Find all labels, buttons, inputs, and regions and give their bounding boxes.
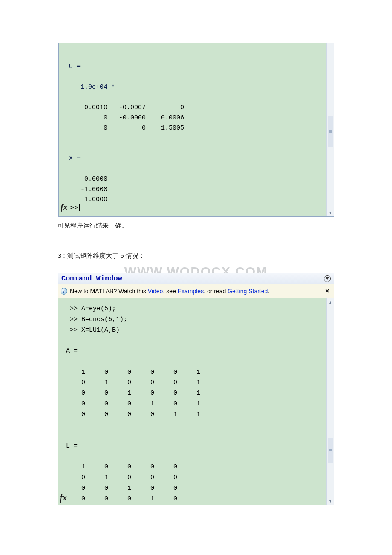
a-row-4: 0 0 0 0 1 1	[62, 411, 200, 418]
l-row-1: 0 1 0 0 0	[62, 474, 177, 481]
page: U = 1.0e+04 * 0.0010 -0.0007 0 0 -0.0000…	[0, 0, 392, 531]
scroll-down-icon[interactable]: ▾	[327, 497, 334, 505]
video-link[interactable]: Video	[148, 288, 163, 295]
prompt-symbol: >>	[70, 202, 78, 213]
info-text: New to MATLAB? Watch this Video, see Exa…	[70, 288, 269, 295]
a-row-2: 0 0 1 0 0 1	[62, 390, 200, 397]
output-area-1: U = 1.0e+04 * 0.0010 -0.0007 0 0 -0.0000…	[59, 43, 326, 216]
info-text-end: .	[268, 288, 269, 295]
info-text-mid2: , or read	[204, 288, 228, 295]
cmd-line-3: >> X=LU1(A,B)	[70, 327, 120, 334]
dropdown-menu-icon[interactable]	[324, 275, 331, 282]
var-l-label: L =	[66, 442, 78, 450]
scroll-track[interactable]	[327, 463, 334, 497]
prompt-row: fx >>	[61, 200, 80, 214]
scale-factor: 1.0e+04 *	[81, 84, 115, 91]
info-bar: New to MATLAB? Watch this Video, see Exa…	[58, 284, 334, 298]
u-row-0: 0.0010 -0.0007 0	[69, 104, 184, 111]
var-a-label: A =	[66, 347, 78, 355]
cmd-line-1: >> A=eye(5);	[70, 305, 116, 312]
close-icon[interactable]: ×	[324, 287, 331, 295]
scroll-thumb[interactable]	[328, 116, 333, 147]
info-text-mid1: , see	[163, 288, 177, 295]
command-window-body: >> A=eye(5); >> B=ones(5,1); >> X=LU1(A,…	[58, 298, 334, 505]
getting-started-link[interactable]: Getting Started	[228, 288, 268, 295]
fx-icon[interactable]: fx	[60, 493, 67, 503]
info-text-pre: New to MATLAB? Watch this	[70, 288, 148, 295]
l-row-2: 0 0 1 0 0	[62, 485, 177, 492]
command-window-title: Command Window	[61, 275, 122, 283]
l-row-0: 1 0 0 0 0	[62, 463, 177, 471]
var-u-label: U =	[69, 63, 81, 70]
output-panel-1: U = 1.0e+04 * 0.0010 -0.0007 0 0 -0.0000…	[58, 43, 334, 217]
fx-icon[interactable]: fx	[61, 200, 68, 214]
command-window-titlebar: Command Window	[58, 273, 334, 284]
u-row-2: 0 0 1.5005	[69, 124, 184, 132]
var-x-label: X =	[69, 155, 81, 162]
a-row-0: 1 0 0 0 0 1	[62, 369, 200, 376]
info-icon	[61, 288, 67, 295]
scroll-up-icon[interactable]: ▴	[327, 298, 334, 306]
a-row-1: 0 1 0 0 0 1	[62, 379, 200, 386]
x-row-1: -1.0000	[69, 186, 107, 193]
command-output[interactable]: >> A=eye(5); >> B=ones(5,1); >> X=LU1(A,…	[58, 298, 326, 505]
scroll-thumb[interactable]	[328, 438, 333, 462]
section-heading: 3：测试矩阵维度大于 5 情况：	[58, 252, 334, 260]
x-row-0: -0.0000	[69, 176, 107, 183]
a-row-3: 0 0 0 1 0 1	[62, 400, 200, 408]
scroll-track[interactable]	[327, 147, 334, 208]
caption-text: 可见程序运行结果正确。	[58, 222, 334, 230]
scroll-down-icon[interactable]: ▾	[327, 208, 334, 216]
u-row-1: 0 -0.0000 0.0006	[69, 114, 184, 121]
cmd-line-2: >> B=ones(5,1);	[70, 316, 127, 323]
scroll-track[interactable]	[327, 43, 334, 116]
text-cursor[interactable]	[79, 204, 80, 211]
scrollbar-1[interactable]: ▾	[326, 43, 334, 216]
examples-link[interactable]: Examples	[178, 288, 204, 295]
command-window-panel: Command Window New to MATLAB? Watch this…	[58, 273, 334, 505]
scrollbar-2[interactable]: ▴ ▾	[326, 298, 334, 505]
scroll-track[interactable]	[327, 306, 334, 438]
l-row-3: 0 0 0 1 0	[62, 495, 177, 503]
